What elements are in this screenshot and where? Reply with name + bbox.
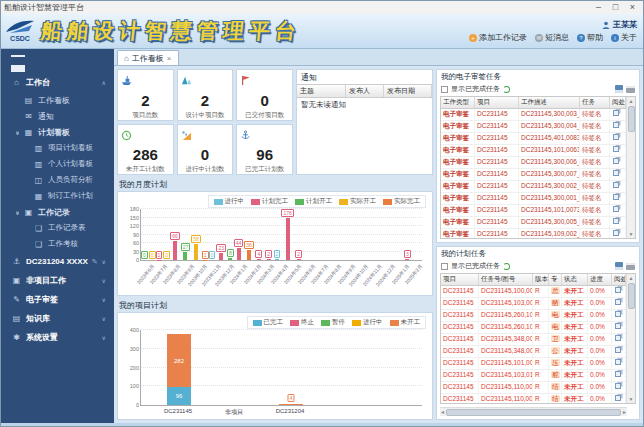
kpi-card-in-progress[interactable]: 0进行中计划数 [177,124,234,176]
table-row[interactable]: DC231145DC231145,348,002R公未开工0.0% [441,346,626,358]
open-item-icon[interactable] [613,230,619,236]
sidebar-item-工作考核[interactable]: ❏工作考核 [1,236,114,252]
open-item-icon[interactable] [613,134,619,140]
scroll-up-arrow[interactable]: ▲ [629,97,634,105]
sidebar-item-人员负荷分析[interactable]: ◫人员负荷分析 [1,172,114,188]
table-row[interactable]: 电子审签DC231145DC231145,300,001_R 上甲…待签名 [441,193,626,205]
open-item-icon[interactable] [613,122,619,128]
open-item-icon[interactable] [615,323,621,329]
table-row[interactable]: DC231145DC231145,110,008,02JSR结未开工0.0% [441,394,626,403]
open-item-icon[interactable] [615,347,621,353]
vertical-scrollbar[interactable]: ▲▼ [626,97,635,238]
table-row[interactable]: DC231145DC231145,101,004JSR压未开工0.0% [441,358,626,370]
sidebar-item-工作记录表[interactable]: ❏工作记录表 [1,220,114,236]
sidebar-item-工作记录[interactable]: ∨▣工作记录 [1,204,114,220]
chevron-icon[interactable]: ∨ [102,277,106,284]
close-button[interactable]: × [625,2,640,13]
table-row[interactable]: 电子审签DC231145DC231145,300,004_R C甲…待签名 [441,121,626,133]
tab-workboard[interactable]: ⌂ 工作看板 × [117,50,179,65]
open-item-icon[interactable] [613,194,619,200]
open-item-icon[interactable] [615,371,621,377]
horizontal-scrollbar[interactable]: ◄► [440,407,627,416]
table-row[interactable]: 电子审签DC231145DC231145,109,002_R 锚泊…待签名 [441,229,626,238]
maximize-button[interactable]: □ [608,2,623,13]
open-item-icon[interactable] [615,383,621,389]
export-icon[interactable] [615,85,623,93]
vertical-scrollbar[interactable]: ▲▼ [626,274,635,403]
tab-close-icon[interactable]: × [167,54,172,63]
chevron-icon[interactable]: ∨ [102,296,106,303]
refresh-icon[interactable] [503,263,510,270]
table-row[interactable]: 电子审签DC231145DC231145,401,0083S_R 乘…待签名 [441,133,626,145]
scroll-left-arrow[interactable]: ◄ [440,409,445,415]
sidebar-item-通知[interactable]: ✉通知 [1,108,114,124]
scroll-thumb[interactable] [628,106,635,132]
kpi-card-project-total[interactable]: 2项目总数 [117,69,174,121]
edit-icon[interactable]: ✎ [92,258,98,266]
open-item-icon[interactable] [615,311,621,317]
sidebar-item-非项目工作[interactable]: ▣非项目工作∨ [1,271,114,290]
table-row[interactable]: DC231145DC231145,110,008,01JSR结未开工0.0% [441,382,626,394]
sidebar-item-电子审签[interactable]: ✎电子审签∨ [1,290,114,309]
sidebar-item-知识库[interactable]: ▤知识库∨ [1,309,114,328]
show-completed-checkbox[interactable] [441,263,448,270]
table-row[interactable]: 电子审签DC231145DC231145,300,006_R 舵甲…待签名 [441,157,626,169]
sidebar-item-系统设置[interactable]: ✱系统设置∨ [1,328,114,347]
open-item-icon[interactable] [615,287,621,293]
table-row[interactable]: 电子审签DC231145DC231145,300,007_R 翼桥…待签名 [441,169,626,181]
open-item-icon[interactable] [613,182,619,188]
chevron-icon[interactable]: ∨ [102,258,106,265]
open-item-icon[interactable] [613,218,619,224]
table-row[interactable]: 电子审签DC231145DC231145,300,003_R B甲…待签名 [441,109,626,121]
open-item-icon[interactable] [613,110,619,116]
print-icon[interactable] [626,86,635,93]
scroll-down-arrow[interactable]: ▼ [629,395,634,403]
scroll-thumb[interactable] [628,283,635,309]
open-item-icon[interactable] [615,299,621,305]
twisty-icon[interactable]: ∨ [15,129,23,136]
table-row[interactable]: DC231145DC231145,260,101R电未开工0.0% [441,310,626,322]
kpi-card-delivered-flag[interactable]: 0已交付项目数 [236,69,293,121]
table-row[interactable]: DC231145DC231145,348,001R卫未开工0.0% [441,334,626,346]
open-item-icon[interactable] [613,170,619,176]
table-row[interactable]: DC231145DC231145,103,012R舵未开工0.0% [441,370,626,382]
table-row[interactable]: DC231145DC231145,103,005R舾未开工0.0% [441,298,626,310]
table-row[interactable]: 电子审签DC231145DC231145,101,0073S_R 机…待签名 [441,205,626,217]
scroll-up-arrow[interactable]: ▲ [629,274,634,282]
sidebar-item-DC231204 XXXX[interactable]: ⚓DC231204 XXXX✎∨ [1,252,114,271]
sidebar-item-项目计划看板[interactable]: ▥项目计划看板 [1,140,114,156]
refresh-icon[interactable] [503,86,510,93]
chevron-icon[interactable]: ∧ [102,79,106,86]
show-completed-checkbox[interactable] [441,86,448,93]
header-action-message[interactable]: ✉短消息 [535,32,569,43]
table-row[interactable]: DC231145DC231145,260,103MXR电未开工0.0% [441,322,626,334]
header-action-help[interactable]: ?帮助 [577,32,603,43]
twisty-icon[interactable]: ∨ [15,209,23,216]
table-row[interactable]: 电子审签DC231145DC231145,300,002_R A甲…待签名 [441,181,626,193]
table-row[interactable]: DC231145DC231145,100,001,01R总未开工0.0% [441,286,626,298]
menu-toggle-icon[interactable] [11,55,25,65]
open-item-icon[interactable] [615,335,621,341]
sidebar-item-工作看板[interactable]: ▤工作看板 [1,92,114,108]
kpi-card-designing[interactable]: 2设计中项目数 [177,69,234,121]
sidebar-item-工作台[interactable]: ⌂工作台∧ [1,73,114,92]
open-item-icon[interactable] [615,395,621,401]
open-item-icon[interactable] [613,206,619,212]
open-item-icon[interactable] [613,158,619,164]
minimize-button[interactable]: – [591,2,606,13]
sidebar-item-制订工作计划[interactable]: ▦制订工作计划 [1,188,114,204]
header-action-about[interactable]: i关于 [611,32,637,43]
open-item-icon[interactable] [613,146,619,152]
scroll-down-arrow[interactable]: ▼ [629,230,634,238]
print-icon[interactable] [626,263,635,270]
table-row[interactable]: 电子审签DC231145DC231145,101,0063S_R 干…待签名 [441,145,626,157]
sidebar-item-个人计划看板[interactable]: ▥个人计划看板 [1,156,114,172]
kpi-card-not-started-clock[interactable]: 286未开工计划数 [117,124,174,176]
kpi-card-finished-anchor[interactable]: 96已完工计划数 [236,124,293,176]
chevron-icon[interactable]: ∨ [102,334,106,341]
current-user[interactable]: 王某某 [602,19,637,30]
scroll-right-arrow[interactable]: ► [622,409,627,415]
chevron-icon[interactable]: ∨ [102,315,106,322]
open-item-icon[interactable] [615,359,621,365]
header-action-add-record[interactable]: +添加工作记录 [469,32,527,43]
